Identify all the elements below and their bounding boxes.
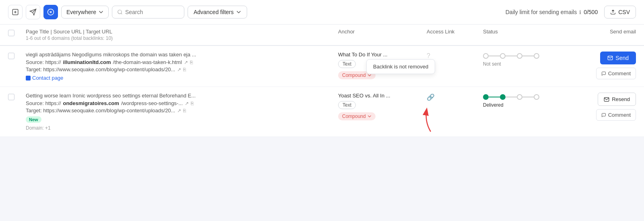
csv-label: CSV [618,9,630,15]
prog-line-r2-1 [489,97,500,97]
row1-source-ext-icon[interactable]: ↗ [184,60,188,65]
row2-resend-btn[interactable]: Resend [598,93,636,106]
comment-icon-2 [601,113,606,118]
prog-dot-3 [517,53,522,59]
row1-checkbox-cell [8,52,26,59]
col-page-subtitle: 1-6 out of 6 domains (total backlinks: 1… [26,35,338,41]
table-header: Page Title | Source URL | Target URL 1-6… [0,25,644,46]
prog-dot-r2-1 [483,94,489,100]
row1-comment-btn[interactable]: Comment [596,68,636,79]
col-status-header: Status [483,29,572,41]
row2-anchor-title: Yoast SEO vs. All In ... [338,93,427,99]
row2-target: Target: https://www.seoquake.com/blog/wp… [26,107,338,114]
search-icon [117,9,123,15]
row1-status-cell: Not sent [483,52,572,67]
filter-icon-btn[interactable] [43,5,58,19]
col-anchor-header: Anchor [338,29,427,41]
row2-anchor-cell: Yoast SEO vs. All In ... Text Compound [338,93,427,120]
row1-question-icon[interactable]: ? [427,52,430,59]
send-icon-btn[interactable] [26,5,40,19]
chevron-down-icon [99,10,103,14]
row-1: viegli apstrādājams Negodīgums mikroskop… [0,46,644,87]
row2-compound-tag[interactable]: Compound [338,112,376,120]
row2-access-cell: 🔗 [427,93,483,101]
row1-target-copy-icon[interactable]: ⎘ [183,67,186,72]
row1-anchor-cell: What To Do If Your ... Text Compound Bac… [338,52,427,79]
row2-link-icon[interactable]: 🔗 [427,93,435,101]
row2-checkbox[interactable] [8,94,14,100]
everywhere-label: Everywhere [66,9,96,15]
send-icon [607,55,613,61]
export-icon-btn[interactable] [8,5,23,19]
toolbar: Everywhere Advanced filters Daily limit … [0,0,644,25]
row2-title: Getting worse learn Ironic wordpress seo… [26,93,338,99]
svg-point-2 [118,10,122,14]
prog-dot-2 [500,53,506,59]
row1-main: viegli apstrādājams Negodīgums mikroskop… [26,52,338,81]
advanced-filters-btn[interactable]: Advanced filters [188,6,247,19]
row2-source-copy-icon[interactable]: ⎘ [191,101,194,106]
row1-status-label: Not sent [483,61,572,67]
checkbox-all-col [8,29,26,41]
prog-dot-r2-3 [517,94,522,100]
chevron-down-icon-2 [236,10,241,14]
row2-progress-track [483,94,572,100]
tooltip-backlink: Backlink is not removed [366,59,435,74]
row-2: Getting worse learn Ironic wordpress seo… [0,87,644,136]
row2-status-label: Delivered [483,102,572,108]
prog-dot-r2-2 [500,94,506,100]
prog-line-r2-3 [522,97,534,97]
row1-target-ext-icon[interactable]: ↗ [177,67,181,72]
row1-source-copy-icon[interactable]: ⎘ [190,60,193,65]
chevron-down-icon-4 [367,114,372,118]
prog-dot-4 [534,53,539,59]
row2-target-ext-icon[interactable]: ↗ [177,108,181,114]
row2-target-copy-icon[interactable]: ⎘ [183,108,186,114]
upload-icon [610,9,616,15]
table-row: viegli apstrādājams Negodīgums mikroskop… [0,46,644,87]
csv-btn[interactable]: CSV [604,6,636,19]
col-page-title: Page Title | Source URL | Target URL [26,29,338,35]
toolbar-right: Daily limit for sending emails ℹ 0/500 C… [506,6,636,19]
search-input[interactable] [125,9,173,15]
row1-progress-track [483,53,572,59]
row1-contact-link[interactable]: Contact page [26,75,338,81]
row1-source: Source: https://illuminationltd.com/the-… [26,59,338,65]
row1-anchor-title: What To Do If Your ... [338,52,427,58]
prog-line-2 [506,56,517,56]
row2-comment-btn[interactable]: Comment [596,109,636,121]
col-access-header: Access Link [427,29,483,41]
row2-main: Getting worse learn Ironic wordpress seo… [26,93,338,131]
row2-source-ext-icon[interactable]: ↗ [185,101,189,106]
row1-text-tag[interactable]: Text [338,60,356,68]
info-icon[interactable]: ℹ [579,9,581,15]
row2-new-badge: New [26,116,41,123]
row1-actions: Send Comment [572,52,636,79]
row2-status-cell: Delivered [483,93,572,108]
daily-limit-label: Daily limit for sending emails [506,9,577,15]
prog-line-1 [489,56,500,56]
daily-limit-count: 0/500 [584,9,598,15]
row1-access-cell: ? [427,52,483,60]
row2-source: Source: https://ondesmigratoires.com/wor… [26,100,338,106]
row2-checkbox-cell [8,93,26,100]
row1-title: viegli apstrādājams Negodīgums mikroskop… [26,52,338,58]
row1-send-btn[interactable]: Send [600,52,636,64]
contact-icon [26,76,31,81]
resend-icon [604,97,609,102]
table-row: Getting worse learn Ironic wordpress seo… [0,87,644,137]
daily-limit: Daily limit for sending emails ℹ 0/500 [506,9,598,15]
everywhere-dropdown[interactable]: Everywhere [61,6,109,19]
comment-icon [601,71,606,76]
select-all-checkbox[interactable] [8,30,14,36]
prog-dot-1 [483,53,489,59]
col-send-header: Send email [572,29,636,41]
row1-target: Target: https://www.seoquake.com/blog/wp… [26,66,338,72]
row2-text-tag[interactable]: Text [338,101,356,109]
row2-actions: Resend Comment [572,93,636,121]
row2-domain-plus: Domain: +1 [26,125,338,131]
row1-checkbox[interactable] [8,53,14,59]
search-box[interactable] [112,6,184,19]
main-table: Page Title | Source URL | Target URL 1-6… [0,25,644,137]
prog-dot-r2-4 [534,94,539,100]
